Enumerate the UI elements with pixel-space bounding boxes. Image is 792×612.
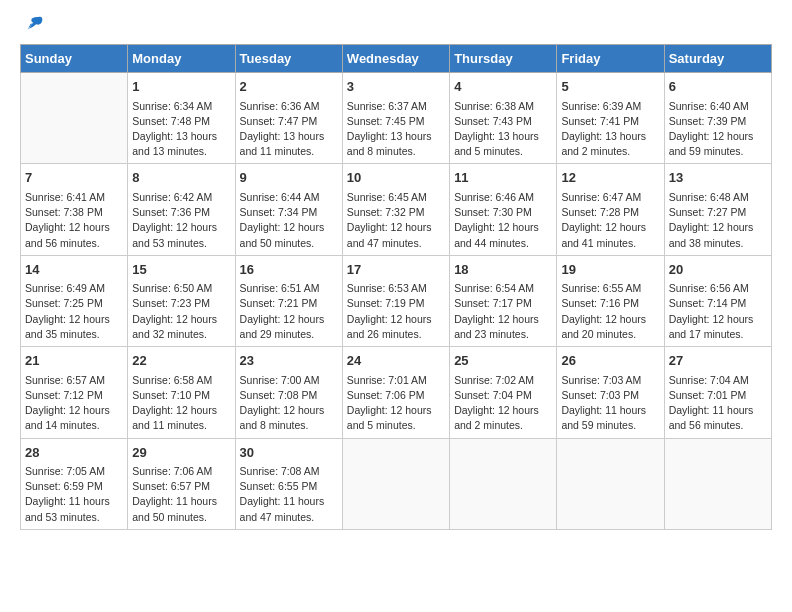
cell-info: Sunrise: 6:57 AMSunset: 7:12 PMDaylight:… <box>25 373 123 434</box>
calendar-cell: 25Sunrise: 7:02 AMSunset: 7:04 PMDayligh… <box>450 347 557 438</box>
cell-info: Sunrise: 6:36 AMSunset: 7:47 PMDaylight:… <box>240 99 338 160</box>
cell-info: Sunrise: 6:56 AMSunset: 7:14 PMDaylight:… <box>669 281 767 342</box>
cell-info: Sunrise: 6:34 AMSunset: 7:48 PMDaylight:… <box>132 99 230 160</box>
calendar-cell: 23Sunrise: 7:00 AMSunset: 7:08 PMDayligh… <box>235 347 342 438</box>
cell-info: Sunrise: 7:04 AMSunset: 7:01 PMDaylight:… <box>669 373 767 434</box>
cell-day-number: 23 <box>240 351 338 371</box>
cell-day-number: 16 <box>240 260 338 280</box>
calendar-cell: 17Sunrise: 6:53 AMSunset: 7:19 PMDayligh… <box>342 255 449 346</box>
calendar-cell: 7Sunrise: 6:41 AMSunset: 7:38 PMDaylight… <box>21 164 128 255</box>
calendar-cell: 14Sunrise: 6:49 AMSunset: 7:25 PMDayligh… <box>21 255 128 346</box>
calendar-cell: 21Sunrise: 6:57 AMSunset: 7:12 PMDayligh… <box>21 347 128 438</box>
calendar-cell: 3Sunrise: 6:37 AMSunset: 7:45 PMDaylight… <box>342 73 449 164</box>
header <box>20 16 772 36</box>
cell-day-number: 18 <box>454 260 552 280</box>
calendar-cell: 24Sunrise: 7:01 AMSunset: 7:06 PMDayligh… <box>342 347 449 438</box>
calendar-cell: 12Sunrise: 6:47 AMSunset: 7:28 PMDayligh… <box>557 164 664 255</box>
calendar-cell <box>21 73 128 164</box>
calendar-cell: 28Sunrise: 7:05 AMSunset: 6:59 PMDayligh… <box>21 438 128 529</box>
cell-info: Sunrise: 6:50 AMSunset: 7:23 PMDaylight:… <box>132 281 230 342</box>
cell-day-number: 6 <box>669 77 767 97</box>
cell-day-number: 12 <box>561 168 659 188</box>
calendar-cell: 9Sunrise: 6:44 AMSunset: 7:34 PMDaylight… <box>235 164 342 255</box>
cell-info: Sunrise: 7:06 AMSunset: 6:57 PMDaylight:… <box>132 464 230 525</box>
calendar-cell <box>450 438 557 529</box>
cell-day-number: 14 <box>25 260 123 280</box>
cell-day-number: 24 <box>347 351 445 371</box>
calendar-cell: 11Sunrise: 6:46 AMSunset: 7:30 PMDayligh… <box>450 164 557 255</box>
calendar-week-row: 21Sunrise: 6:57 AMSunset: 7:12 PMDayligh… <box>21 347 772 438</box>
calendar-cell: 16Sunrise: 6:51 AMSunset: 7:21 PMDayligh… <box>235 255 342 346</box>
calendar-cell: 26Sunrise: 7:03 AMSunset: 7:03 PMDayligh… <box>557 347 664 438</box>
calendar-cell: 8Sunrise: 6:42 AMSunset: 7:36 PMDaylight… <box>128 164 235 255</box>
calendar-cell: 19Sunrise: 6:55 AMSunset: 7:16 PMDayligh… <box>557 255 664 346</box>
cell-info: Sunrise: 6:41 AMSunset: 7:38 PMDaylight:… <box>25 190 123 251</box>
calendar-cell: 1Sunrise: 6:34 AMSunset: 7:48 PMDaylight… <box>128 73 235 164</box>
cell-info: Sunrise: 6:38 AMSunset: 7:43 PMDaylight:… <box>454 99 552 160</box>
cell-info: Sunrise: 7:01 AMSunset: 7:06 PMDaylight:… <box>347 373 445 434</box>
cell-day-number: 21 <box>25 351 123 371</box>
cell-info: Sunrise: 6:37 AMSunset: 7:45 PMDaylight:… <box>347 99 445 160</box>
cell-day-number: 1 <box>132 77 230 97</box>
cell-day-number: 3 <box>347 77 445 97</box>
cell-day-number: 2 <box>240 77 338 97</box>
cell-day-number: 17 <box>347 260 445 280</box>
cell-day-number: 26 <box>561 351 659 371</box>
cell-info: Sunrise: 6:49 AMSunset: 7:25 PMDaylight:… <box>25 281 123 342</box>
cell-info: Sunrise: 6:53 AMSunset: 7:19 PMDaylight:… <box>347 281 445 342</box>
calendar-cell: 2Sunrise: 6:36 AMSunset: 7:47 PMDaylight… <box>235 73 342 164</box>
day-header-friday: Friday <box>557 45 664 73</box>
cell-info: Sunrise: 7:03 AMSunset: 7:03 PMDaylight:… <box>561 373 659 434</box>
cell-day-number: 28 <box>25 443 123 463</box>
cell-day-number: 20 <box>669 260 767 280</box>
calendar-cell: 29Sunrise: 7:06 AMSunset: 6:57 PMDayligh… <box>128 438 235 529</box>
cell-day-number: 22 <box>132 351 230 371</box>
calendar-cell: 18Sunrise: 6:54 AMSunset: 7:17 PMDayligh… <box>450 255 557 346</box>
cell-info: Sunrise: 6:47 AMSunset: 7:28 PMDaylight:… <box>561 190 659 251</box>
cell-info: Sunrise: 6:51 AMSunset: 7:21 PMDaylight:… <box>240 281 338 342</box>
calendar-cell: 5Sunrise: 6:39 AMSunset: 7:41 PMDaylight… <box>557 73 664 164</box>
cell-info: Sunrise: 6:58 AMSunset: 7:10 PMDaylight:… <box>132 373 230 434</box>
calendar-cell: 13Sunrise: 6:48 AMSunset: 7:27 PMDayligh… <box>664 164 771 255</box>
day-header-sunday: Sunday <box>21 45 128 73</box>
cell-day-number: 19 <box>561 260 659 280</box>
cell-info: Sunrise: 6:39 AMSunset: 7:41 PMDaylight:… <box>561 99 659 160</box>
logo-bird-icon <box>23 14 45 36</box>
calendar-cell: 27Sunrise: 7:04 AMSunset: 7:01 PMDayligh… <box>664 347 771 438</box>
cell-info: Sunrise: 6:54 AMSunset: 7:17 PMDaylight:… <box>454 281 552 342</box>
day-header-saturday: Saturday <box>664 45 771 73</box>
cell-day-number: 29 <box>132 443 230 463</box>
calendar-cell <box>664 438 771 529</box>
cell-day-number: 11 <box>454 168 552 188</box>
cell-day-number: 25 <box>454 351 552 371</box>
calendar-cell <box>557 438 664 529</box>
cell-day-number: 27 <box>669 351 767 371</box>
cell-info: Sunrise: 7:00 AMSunset: 7:08 PMDaylight:… <box>240 373 338 434</box>
day-header-wednesday: Wednesday <box>342 45 449 73</box>
cell-info: Sunrise: 6:40 AMSunset: 7:39 PMDaylight:… <box>669 99 767 160</box>
cell-info: Sunrise: 7:05 AMSunset: 6:59 PMDaylight:… <box>25 464 123 525</box>
calendar-header-row: SundayMondayTuesdayWednesdayThursdayFrid… <box>21 45 772 73</box>
cell-day-number: 13 <box>669 168 767 188</box>
calendar-cell: 4Sunrise: 6:38 AMSunset: 7:43 PMDaylight… <box>450 73 557 164</box>
cell-day-number: 4 <box>454 77 552 97</box>
calendar-cell: 6Sunrise: 6:40 AMSunset: 7:39 PMDaylight… <box>664 73 771 164</box>
calendar-cell: 30Sunrise: 7:08 AMSunset: 6:55 PMDayligh… <box>235 438 342 529</box>
cell-info: Sunrise: 6:48 AMSunset: 7:27 PMDaylight:… <box>669 190 767 251</box>
day-header-thursday: Thursday <box>450 45 557 73</box>
day-header-tuesday: Tuesday <box>235 45 342 73</box>
cell-day-number: 8 <box>132 168 230 188</box>
cell-info: Sunrise: 7:02 AMSunset: 7:04 PMDaylight:… <box>454 373 552 434</box>
cell-day-number: 30 <box>240 443 338 463</box>
calendar-week-row: 7Sunrise: 6:41 AMSunset: 7:38 PMDaylight… <box>21 164 772 255</box>
calendar-cell <box>342 438 449 529</box>
cell-info: Sunrise: 6:55 AMSunset: 7:16 PMDaylight:… <box>561 281 659 342</box>
cell-day-number: 9 <box>240 168 338 188</box>
cell-day-number: 5 <box>561 77 659 97</box>
calendar-week-row: 14Sunrise: 6:49 AMSunset: 7:25 PMDayligh… <box>21 255 772 346</box>
calendar-week-row: 28Sunrise: 7:05 AMSunset: 6:59 PMDayligh… <box>21 438 772 529</box>
cell-day-number: 7 <box>25 168 123 188</box>
cell-day-number: 10 <box>347 168 445 188</box>
calendar-cell: 20Sunrise: 6:56 AMSunset: 7:14 PMDayligh… <box>664 255 771 346</box>
calendar-cell: 10Sunrise: 6:45 AMSunset: 7:32 PMDayligh… <box>342 164 449 255</box>
